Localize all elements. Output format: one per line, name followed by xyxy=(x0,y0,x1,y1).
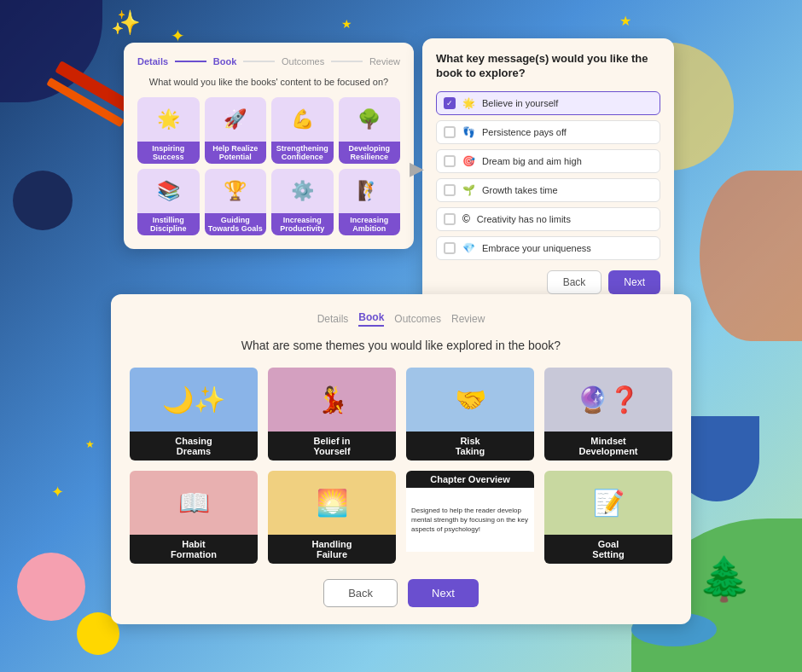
theme-chapter-overview[interactable]: Chapter Overview Designed to help the re… xyxy=(404,469,536,565)
theme-label: Belief inYourself xyxy=(268,432,396,461)
checkbox-emoji: 🌱 xyxy=(462,184,475,196)
card-label: Increasing Ambition xyxy=(339,213,401,235)
checkbox-creativity[interactable]: © Creativity has no limits xyxy=(436,207,660,231)
theme-label: MindsetDevelopment xyxy=(544,432,672,461)
checkbox-emoji: 💎 xyxy=(462,242,475,254)
card-img: 🧗 xyxy=(339,169,401,213)
checkbox-label: Believe in yourself xyxy=(482,98,558,108)
step-details: Details xyxy=(137,56,168,67)
card-img: 🌟 xyxy=(137,97,200,142)
theme-habit-formation[interactable]: 📖 HabitFormation xyxy=(128,469,259,565)
theme-handling-failure[interactable]: 🌅 HandlingFailure xyxy=(266,469,398,565)
checkbox-label: Persistence pays off xyxy=(482,127,567,137)
content-cards-grid: 🌟 Inspiring Success 🚀 Help Realize Poten… xyxy=(137,97,400,235)
key-messages-panel: What key message(s) would you like the b… xyxy=(422,38,674,308)
card-resilience[interactable]: 🌳 Developing Resilience xyxy=(339,97,401,164)
card-ambition[interactable]: 🧗 Increasing Ambition xyxy=(339,169,401,235)
checkbox-growth[interactable]: 🌱 Growth takes time xyxy=(436,178,660,202)
key-messages-title: What key message(s) would you like the b… xyxy=(436,52,660,81)
theme-img: 💃 xyxy=(268,368,396,432)
card-discipline[interactable]: 📚 Instilling Discipline xyxy=(137,169,200,235)
theme-img: 🔮❓ xyxy=(544,368,672,432)
checkbox-believe[interactable]: ✓ 🌟 Believe in yourself xyxy=(436,91,660,115)
checkbox-label: Growth takes time xyxy=(482,185,558,195)
step-line-2 xyxy=(243,61,275,62)
chapter-overview-title: Chapter Overview xyxy=(406,471,534,488)
step-details-b: Details xyxy=(317,313,349,325)
checkbox-uniqueness[interactable]: 💎 Embrace your uniqueness xyxy=(436,236,660,260)
card-label: Strengthening Confidence xyxy=(271,142,334,164)
theme-img: 🌅 xyxy=(268,471,396,535)
checkbox-label: Creativity has no limits xyxy=(477,214,571,224)
theme-goal-setting[interactable]: 📝 GoalSetting xyxy=(543,469,674,565)
theme-chasing-dreams[interactable]: 🌙✨ ChasingDreams xyxy=(128,366,259,462)
checkbox-emoji: 🌟 xyxy=(462,97,475,109)
card-goals[interactable]: 🏆 Guiding Towards Goals xyxy=(205,169,267,235)
card-label: Instilling Discipline xyxy=(137,213,200,235)
chapter-overview-body: Designed to help the reader develop ment… xyxy=(406,488,534,552)
card-productivity[interactable]: ⚙️ Increasing Productivity xyxy=(271,169,334,235)
card-img: 🌳 xyxy=(339,97,401,142)
card-label: Guiding Towards Goals xyxy=(205,213,267,235)
card-img: ⚙️ xyxy=(271,169,334,213)
step-review-b: Review xyxy=(451,313,485,325)
card-label: Increasing Productivity xyxy=(271,213,334,235)
step-outcomes-b: Outcomes xyxy=(394,313,441,325)
checkbox-persistence[interactable]: 👣 Persistence pays off xyxy=(436,120,660,144)
card-confidence[interactable]: 💪 Strengthening Confidence xyxy=(271,97,334,164)
stepper-top: Details Book Outcomes Review xyxy=(137,56,400,67)
step-book: Book xyxy=(213,56,237,67)
content-focus-panel: Details Book Outcomes Review What would … xyxy=(124,43,414,249)
bottom-panel-buttons: Back Next xyxy=(128,579,674,607)
panel-tr-buttons: Back Next xyxy=(436,270,660,294)
next-button-bottom[interactable]: Next xyxy=(408,579,479,607)
checkbox-icon xyxy=(444,126,456,138)
card-label: Developing Resilience xyxy=(339,142,401,164)
card-img: 🏆 xyxy=(205,169,267,213)
card-img: 🚀 xyxy=(205,97,267,142)
checkbox-emoji: 👣 xyxy=(462,126,475,138)
theme-belief[interactable]: 💃 Belief inYourself xyxy=(266,366,398,462)
checkbox-icon xyxy=(444,155,456,167)
theme-img: 🌙✨ xyxy=(130,368,258,432)
step-outcomes: Outcomes xyxy=(282,56,324,67)
back-button-tr[interactable]: Back xyxy=(547,270,602,294)
theme-img: 📝 xyxy=(544,471,672,535)
card-img: 💪 xyxy=(271,97,334,142)
checkbox-label: Embrace your uniqueness xyxy=(482,243,591,253)
checkbox-dream[interactable]: 🎯 Dream big and aim high xyxy=(436,149,660,173)
card-realize-potential[interactable]: 🚀 Help Realize Potential xyxy=(205,97,267,164)
themes-question: What are some themes you would like expl… xyxy=(128,339,674,352)
checkbox-emoji: 🎯 xyxy=(462,155,475,167)
next-button-tr[interactable]: Next xyxy=(608,270,660,294)
content-focus-question: What would you like the books' content t… xyxy=(137,77,400,87)
step-line-1 xyxy=(175,61,206,62)
theme-risk-taking[interactable]: 🤝 RiskTaking xyxy=(404,366,536,462)
theme-label: ChasingDreams xyxy=(130,432,258,461)
theme-label: HandlingFailure xyxy=(268,535,396,564)
checkbox-icon xyxy=(444,184,456,196)
theme-img: 📖 xyxy=(130,471,258,535)
back-button-bottom[interactable]: Back xyxy=(323,579,398,607)
checkbox-label: Dream big and aim high xyxy=(482,156,582,166)
theme-label: GoalSetting xyxy=(544,535,672,564)
stepper-bottom: Details Book Outcomes Review xyxy=(128,311,674,327)
card-label: Inspiring Success xyxy=(137,142,200,164)
step-book-b: Book xyxy=(358,311,384,327)
checkbox-emoji: © xyxy=(462,213,470,225)
card-inspiring-success[interactable]: 🌟 Inspiring Success xyxy=(137,97,200,164)
card-label: Help Realize Potential xyxy=(205,142,267,164)
themes-grid: 🌙✨ ChasingDreams 💃 Belief inYourself 🤝 R… xyxy=(128,366,674,565)
step-review: Review xyxy=(369,56,400,67)
checkbox-icon: ✓ xyxy=(444,97,456,109)
theme-label: HabitFormation xyxy=(130,535,258,564)
step-line-3 xyxy=(331,61,363,62)
theme-mindset[interactable]: 🔮❓ MindsetDevelopment xyxy=(543,366,674,462)
checkbox-icon xyxy=(444,242,456,254)
checkbox-icon xyxy=(444,213,456,225)
theme-img: 🤝 xyxy=(406,368,534,432)
theme-label: RiskTaking xyxy=(406,432,534,461)
card-img: 📚 xyxy=(137,169,200,213)
themes-panel: Details Book Outcomes Review What are so… xyxy=(111,294,691,624)
